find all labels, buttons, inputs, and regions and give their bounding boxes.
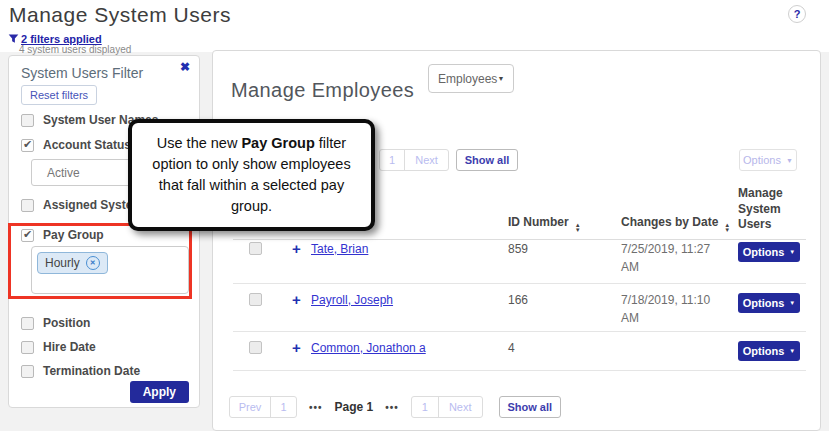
employee-name-link[interactable]: Common, Jonathon a [311, 341, 508, 355]
close-icon[interactable]: ✖ [180, 60, 190, 74]
next-button[interactable]: Next [404, 150, 448, 170]
next-page-group: 1 Next [411, 396, 483, 418]
hire-date-checkbox[interactable] [21, 341, 34, 354]
table-row: + Common, Jonathon a 4 Options ▼ [213, 332, 820, 371]
callout-text: Use the new Pay Group filter option to o… [140, 133, 363, 217]
id-number-cell: 4 [508, 341, 621, 355]
employee-name-link[interactable]: Tate, Brian [311, 242, 508, 256]
filter-row-position: Position [21, 316, 90, 330]
employee-name-link[interactable]: Payroll, Joseph [311, 293, 508, 307]
sort-icon[interactable] [724, 223, 730, 233]
help-icon[interactable]: ? [788, 5, 806, 23]
changes-date-cell: 7/25/2019, 11:27 AM [621, 240, 727, 276]
options-label: Options [743, 297, 785, 309]
expand-plus-icon[interactable]: + [292, 242, 311, 255]
ellipsis: ••• [385, 402, 399, 413]
show-all-button[interactable]: Show all [456, 149, 518, 171]
ellipsis: ••• [309, 402, 323, 413]
bottom-pagination: Prev 1 ••• Page 1 ••• 1 Next Show all [229, 396, 561, 418]
table-row: + Tate, Brian 859 7/25/2019, 11:27 AM Op… [213, 233, 820, 284]
row-options-button[interactable]: Options ▼ [738, 293, 800, 313]
pay-group-checkbox[interactable] [21, 229, 34, 242]
row-options-button[interactable]: Options ▼ [738, 242, 800, 262]
id-number-cell: 166 [508, 293, 621, 307]
changes-date-cell: 7/18/2019, 11:10 AM [621, 291, 727, 327]
prev-page-group: Prev 1 [229, 396, 297, 418]
reset-filters-button[interactable]: Reset filters [21, 85, 97, 105]
filter-label: Assigned Syste [43, 198, 132, 212]
manage-employees-panel: Manage Employees Employees ▼ 1 Next Show… [212, 50, 821, 431]
filter-label: Termination Date [43, 364, 140, 378]
filter-label: Pay Group [43, 228, 104, 242]
expand-plus-icon[interactable]: + [292, 293, 311, 306]
row-checkbox[interactable] [249, 293, 262, 306]
pay-group-tag: Hourly ✕ [37, 252, 108, 274]
filter-row-hire-date: Hire Date [21, 340, 96, 354]
column-header-manage-system-users: Manage System Users [738, 186, 800, 233]
position-checkbox[interactable] [21, 317, 34, 330]
tag-label: Hourly [45, 256, 80, 270]
prev-button[interactable]: Prev [230, 397, 270, 417]
system-users-filter-panel: System Users Filter ✖ Reset filters Syst… [8, 55, 200, 408]
sort-icon[interactable] [575, 223, 581, 233]
table-row: + Payroll, Joseph 166 7/18/2019, 11:10 A… [213, 284, 820, 332]
page-1-button[interactable]: 1 [270, 397, 296, 417]
column-header-changes-by-date: Changes by Date [621, 215, 738, 233]
chevron-down-icon: ▼ [789, 249, 795, 255]
filter-row-pay-group: Pay Group [21, 228, 104, 242]
chevron-down-icon: ▼ [497, 75, 504, 82]
show-all-button[interactable]: Show all [499, 396, 561, 418]
page-title: Manage System Users [9, 3, 231, 27]
chevron-down-icon: ▼ [789, 300, 795, 306]
pay-group-tag-container[interactable]: Hourly ✕ [31, 246, 189, 294]
column-header-id-number: ID Number [508, 215, 621, 233]
pay-group-callout: Use the new Pay Group filter option to o… [128, 119, 375, 231]
account-status-checkbox[interactable] [21, 139, 34, 152]
filter-row-assigned-system: Assigned Syste [21, 198, 132, 212]
filter-label: Account Status [43, 138, 131, 152]
tag-remove-icon[interactable]: ✕ [86, 256, 100, 270]
page-1-button[interactable]: 1 [380, 150, 404, 170]
id-number-cell: 859 [508, 242, 621, 256]
filter-funnel-icon [8, 30, 19, 48]
expand-plus-icon[interactable]: + [292, 341, 311, 354]
view-selector-dropdown[interactable]: Employees ▼ [428, 64, 514, 93]
filter-row-account-status: Account Status [21, 138, 131, 152]
options-dropdown-button[interactable]: Options ▼ [739, 149, 797, 171]
page-1-button[interactable]: 1 [412, 397, 438, 417]
filter-panel-title: System Users Filter [21, 65, 143, 81]
filter-label: Position [43, 316, 90, 330]
system-user-names-checkbox[interactable] [21, 114, 34, 127]
chevron-down-icon: ▼ [786, 157, 793, 164]
users-displayed-count: 4 system users displayed [19, 44, 131, 55]
apply-button[interactable]: Apply [130, 381, 189, 403]
assigned-system-checkbox[interactable] [21, 199, 34, 212]
options-label: Options [743, 246, 785, 258]
options-label: Options [743, 345, 785, 357]
options-label: Options [743, 154, 781, 166]
row-options-button[interactable]: Options ▼ [738, 341, 800, 361]
filter-label: Hire Date [43, 340, 96, 354]
current-page-label: Page 1 [335, 400, 374, 414]
employee-table: + Tate, Brian 859 7/25/2019, 11:27 AM Op… [213, 233, 820, 371]
row-checkbox[interactable] [249, 242, 262, 255]
main-panel-title: Manage Employees [231, 79, 414, 102]
view-selector-value: Employees [438, 72, 497, 86]
chevron-down-icon: ▼ [789, 348, 795, 354]
next-button[interactable]: Next [438, 397, 482, 417]
row-checkbox[interactable] [249, 341, 262, 354]
filter-row-termination-date: Termination Date [21, 364, 140, 378]
top-page-group: 1 Next [379, 149, 449, 171]
termination-date-checkbox[interactable] [21, 365, 34, 378]
